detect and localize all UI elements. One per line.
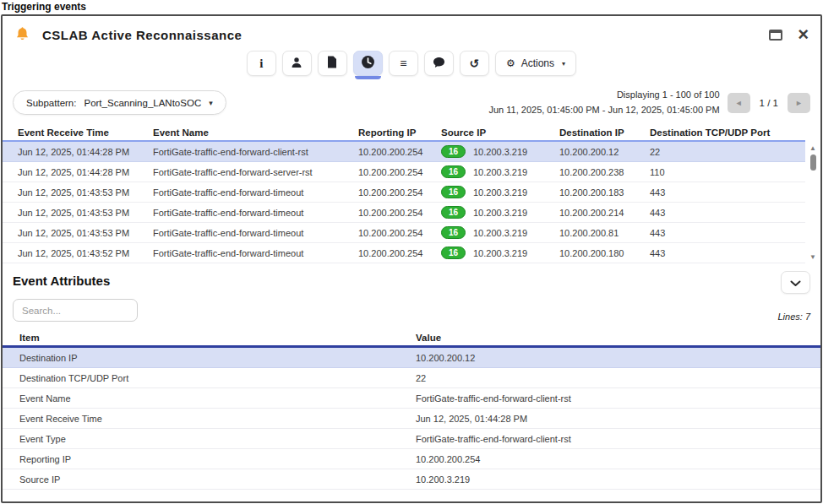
- screen: Triggering events CSLAB Active Reconnais…: [0, 0, 823, 504]
- count-badge: 16: [441, 145, 466, 158]
- table-row[interactable]: Jun 12, 2025, 01:43:53 PMFortiGate-traff…: [3, 203, 805, 223]
- prev-page-button[interactable]: ◄: [728, 93, 750, 113]
- table-row[interactable]: Jun 12, 2025, 01:44:28 PMFortiGate-traff…: [3, 142, 805, 162]
- attributes-table-body: Destination IP10.200.200.12Destination T…: [3, 348, 820, 490]
- scroll-up-icon[interactable]: ▲: [809, 144, 816, 153]
- close-icon[interactable]: ×: [798, 29, 809, 41]
- user-icon: [291, 57, 302, 71]
- table-row[interactable]: Destination IP10.200.200.12: [3, 348, 820, 368]
- reporting-ip-cell: 10.200.200.254: [346, 228, 429, 238]
- table-row[interactable]: Jun 12, 2025, 01:43:53 PMFortiGate-traff…: [3, 223, 805, 243]
- attribute-item-cell: Destination TCP/UDP Port: [3, 373, 408, 383]
- event-table-body: Jun 12, 2025, 01:44:28 PMFortiGate-traff…: [3, 142, 805, 263]
- comment-button[interactable]: [424, 51, 454, 76]
- count-badge: 16: [441, 226, 466, 239]
- event-receive-time-cell: Jun 12, 2025, 01:43:53 PM: [3, 187, 141, 198]
- table-row[interactable]: Source IP10.200.3.219: [3, 469, 820, 490]
- actions-button[interactable]: ⚙ Actions ▾: [495, 51, 576, 76]
- source-ip-cell: 1610.200.3.219: [429, 165, 548, 178]
- destination-ip-cell: 10.200.200.81: [548, 228, 638, 238]
- column-header[interactable]: Destination IP: [548, 127, 638, 138]
- history-icon: ↺: [470, 57, 480, 70]
- destination-port-cell: 443: [638, 187, 805, 198]
- count-badge: 16: [441, 186, 466, 198]
- attribute-value-cell: FortiGate-traffic-end-forward-client-rst: [408, 393, 820, 404]
- column-header[interactable]: Item: [3, 333, 408, 343]
- window-restore-icon[interactable]: [769, 30, 782, 41]
- comment-icon: [433, 57, 445, 71]
- event-name-cell: FortiGate-traffic-end-forward-timeout: [141, 248, 346, 258]
- column-header[interactable]: Value: [408, 333, 820, 343]
- event-name-cell: FortiGate-traffic-end-forward-timeout: [141, 187, 346, 198]
- table-row[interactable]: Event Receive TimeJun 12, 2025, 01:44:28…: [3, 409, 820, 429]
- chevron-down-icon: ▾: [209, 99, 213, 107]
- table-row[interactable]: Jun 12, 2025, 01:44:28 PMFortiGate-traff…: [3, 162, 805, 182]
- actions-label: Actions: [521, 57, 554, 69]
- scroll-down-icon[interactable]: ▼: [809, 253, 816, 262]
- search-input[interactable]: [13, 299, 138, 322]
- event-receive-time-cell: Jun 12, 2025, 01:43:53 PM: [3, 228, 141, 238]
- source-ip-value: 10.200.3.219: [473, 167, 527, 177]
- subpattern-dropdown[interactable]: Subpattern: Port_Scanning_LANtoSOC ▾: [13, 90, 226, 115]
- attribute-value-cell: FortiGate-traffic-end-forward-client-rst: [408, 434, 820, 444]
- history-button[interactable]: ↺: [460, 51, 489, 76]
- list-button[interactable]: ≡: [389, 51, 418, 76]
- event-receive-time-cell: Jun 12, 2025, 01:43:53 PM: [3, 208, 141, 218]
- table-row[interactable]: Jun 12, 2025, 01:43:53 PMFortiGate-traff…: [3, 182, 805, 203]
- file-button[interactable]: [318, 51, 347, 76]
- events-clock-button[interactable]: [353, 51, 383, 76]
- search-row: Lines: 7: [3, 296, 820, 322]
- event-table-scrollbar[interactable]: ▲ ▼: [808, 144, 818, 262]
- destination-ip-cell: 10.200.200.183: [548, 187, 638, 198]
- table-row[interactable]: Jun 12, 2025, 01:43:52 PMFortiGate-traff…: [3, 243, 805, 263]
- attribute-item-cell: Event Name: [3, 393, 408, 404]
- list-icon: ≡: [400, 57, 406, 70]
- attribute-value-cell: 10.200.3.219: [408, 474, 820, 485]
- table-row[interactable]: Event NameFortiGate-traffic-end-forward-…: [3, 388, 820, 409]
- attributes-heading: Event Attributes: [13, 271, 110, 288]
- subpattern-label: Subpattern:: [26, 98, 76, 108]
- source-ip-value: 10.200.3.219: [473, 187, 527, 198]
- destination-port-cell: 22: [638, 147, 805, 157]
- column-header[interactable]: Destination TCP/UDP Port: [638, 127, 805, 138]
- event-table-header: Event Receive TimeEvent NameReporting IP…: [3, 124, 805, 142]
- table-row[interactable]: Destination TCP/UDP Port22: [3, 368, 820, 388]
- column-header[interactable]: Event Receive Time: [3, 127, 141, 138]
- attribute-value-cell: Jun 12, 2025, 01:44:28 PM: [408, 414, 820, 424]
- user-button[interactable]: [282, 51, 312, 76]
- reporting-ip-cell: 10.200.200.254: [346, 167, 429, 177]
- source-ip-value: 10.200.3.219: [473, 147, 527, 157]
- attribute-item-cell: Reporting IP: [3, 454, 408, 464]
- scrollbar-thumb[interactable]: [810, 154, 816, 171]
- attribute-value-cell: 10.200.200.12: [408, 353, 820, 363]
- page-title: Triggering events: [0, 0, 823, 13]
- event-receive-time-cell: Jun 12, 2025, 01:44:28 PM: [3, 147, 141, 157]
- collapse-button[interactable]: [781, 271, 810, 294]
- next-page-button[interactable]: ►: [788, 93, 810, 113]
- alert-bell-icon: [14, 27, 30, 43]
- attributes-header-row: Event Attributes: [3, 271, 820, 295]
- reporting-ip-cell: 10.200.200.254: [346, 187, 429, 198]
- clock-icon: [361, 55, 375, 72]
- column-header[interactable]: Event Name: [141, 127, 346, 138]
- chevron-down-icon: ▾: [562, 60, 565, 68]
- column-header[interactable]: Reporting IP: [346, 127, 429, 138]
- event-name-cell: FortiGate-traffic-end-forward-timeout: [141, 208, 346, 218]
- subpattern-value: Port_Scanning_LANtoSOC: [84, 98, 201, 108]
- toolbar: i ≡: [3, 51, 820, 77]
- destination-port-cell: 443: [638, 208, 805, 218]
- source-ip-cell: 1610.200.3.219: [429, 247, 548, 259]
- time-range: Jun 11, 2025, 01:45:00 PM - Jun 12, 2025…: [488, 103, 719, 118]
- event-table: Event Receive TimeEvent NameReporting IP…: [3, 124, 820, 263]
- gear-icon: ⚙: [506, 57, 515, 69]
- event-receive-time-cell: Jun 12, 2025, 01:43:52 PM: [3, 248, 141, 258]
- column-header[interactable]: Source IP: [429, 127, 548, 138]
- table-row[interactable]: Event TypeFortiGate-traffic-end-forward-…: [3, 429, 820, 449]
- page-indicator: 1 / 1: [758, 98, 780, 108]
- table-row[interactable]: Reporting IP10.200.200.254: [3, 449, 820, 469]
- window-controls: ×: [769, 29, 809, 41]
- source-ip-cell: 1610.200.3.219: [429, 226, 548, 239]
- chevron-down-icon: [790, 275, 801, 290]
- info-button[interactable]: i: [247, 51, 276, 76]
- source-ip-cell: 1610.200.3.219: [429, 145, 548, 158]
